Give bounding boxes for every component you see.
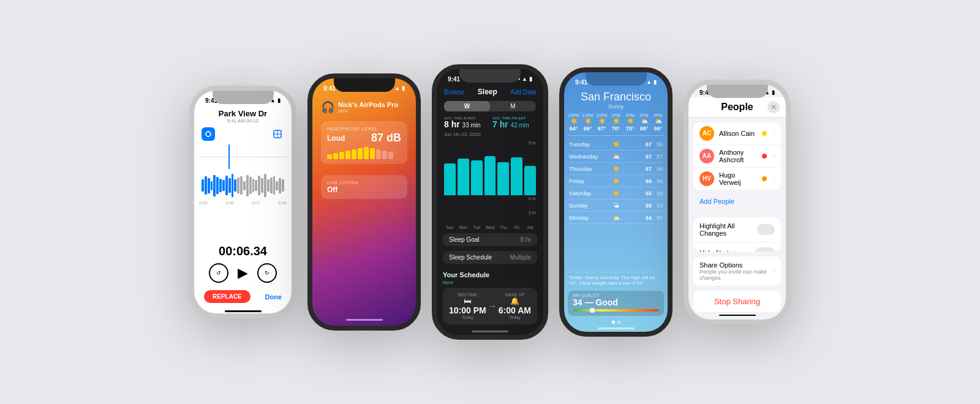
power-button[interactable] xyxy=(296,140,296,170)
power-button-3[interactable] xyxy=(548,118,548,149)
time-marker-1: 0:05 xyxy=(199,201,208,205)
vm-done-button[interactable]: Done xyxy=(265,293,282,301)
hour-4: 2PM ☀️ 70° xyxy=(624,113,636,132)
mute-button-2[interactable] xyxy=(307,115,308,131)
power-button-5[interactable] xyxy=(790,133,791,164)
mute-button[interactable] xyxy=(189,127,190,143)
vm-crop-btn[interactable] xyxy=(271,127,284,141)
phone2-wrapper: 9:41 ▪▪▪ ▲ ▮ 🎧 Nick's AirPods Pro 98% xyxy=(307,73,421,331)
stop-sharing-btn[interactable]: Stop Sharing xyxy=(693,291,781,312)
play-icon: ▶ xyxy=(238,265,248,281)
vol-down-button-2[interactable] xyxy=(307,158,308,182)
vm-replace-button[interactable]: REPLACE xyxy=(204,290,251,303)
vol-up-button-2[interactable] xyxy=(307,135,308,151)
aqi-bar xyxy=(573,309,659,312)
forecast-sunday: Sunday 🌤 68 53 xyxy=(569,200,663,212)
highlight-changes-row: Highlight All Changes xyxy=(693,217,781,242)
vol-bar-7 xyxy=(364,147,369,159)
vol-up-button-5[interactable] xyxy=(684,141,684,157)
forecast-friday: Friday ☀️ 66 56 xyxy=(569,175,663,187)
bedtime-time: 10:00 PM xyxy=(449,305,486,315)
vol-up-button[interactable] xyxy=(189,147,190,163)
vol-down-button-4[interactable] xyxy=(559,152,560,176)
sleep-stat-asleep: AVG. TIME ASLEEP 7 hr 42 min xyxy=(492,116,536,129)
person-allison: AC Allison Cain › xyxy=(693,122,781,145)
headphone-level-value: Loud 87 dB xyxy=(327,132,401,144)
vol-bar-11 xyxy=(388,152,393,159)
vol-down-button-3[interactable] xyxy=(432,149,432,173)
sleep-back-btn[interactable]: Browse xyxy=(444,89,464,95)
sleep-tabs: W M xyxy=(444,101,536,111)
vol-down-button-5[interactable] xyxy=(684,164,684,189)
vm-waveform[interactable] xyxy=(199,170,287,201)
bar-wed xyxy=(484,156,496,195)
phone1: 9:41 ▪▪▪ ▲ ▮ Park View Dr 9:41 AM 00:12 xyxy=(189,86,296,318)
share-options-row[interactable]: Share Options People you invite can make… xyxy=(699,261,775,281)
wifi-icon-4: ▲ xyxy=(646,79,652,85)
share-options-section: Share Options People you invite can make… xyxy=(693,256,781,286)
people-options: Highlight All Changes Hide Alerts xyxy=(693,217,781,252)
vol-down-button[interactable] xyxy=(189,170,190,195)
vm-rewind-btn[interactable]: ↺ xyxy=(209,263,228,283)
wakeup-day: Today xyxy=(499,315,531,320)
next-label: Next xyxy=(443,280,537,285)
home-indicator-5 xyxy=(719,315,756,316)
vol-bar-8 xyxy=(370,148,375,159)
vol-bar-4 xyxy=(345,151,350,159)
avatar-allison: AC xyxy=(699,126,714,141)
hide-alerts-toggle[interactable] xyxy=(755,247,775,252)
vol-bar-10 xyxy=(382,151,387,159)
bedtime-day: Today xyxy=(449,315,486,320)
phone5: 9:41 ▪▪▪ ▲ ▮ People ✕ AC xyxy=(684,80,791,324)
day-mon: Mon xyxy=(458,225,469,230)
share-options-subtitle: People you invite can make changes. xyxy=(699,269,773,281)
vm-title: Park View Dr xyxy=(200,109,285,118)
vm-sparkle-btn[interactable] xyxy=(202,127,215,141)
power-button-2[interactable] xyxy=(420,127,421,158)
sleep-title: Sleep xyxy=(478,88,497,96)
bar-sat xyxy=(524,166,536,195)
page-dot-1 xyxy=(612,321,615,324)
vm-play-btn[interactable]: ▶ xyxy=(233,263,252,283)
battery-icon-2: ▮ xyxy=(402,85,405,91)
hour-0: 10PM ☀️ 64° xyxy=(568,113,579,132)
vm-forward-btn[interactable]: ↻ xyxy=(257,263,277,283)
vol-bar-9 xyxy=(376,149,381,159)
highlight-toggle[interactable] xyxy=(757,224,775,235)
vol-bar-6 xyxy=(358,148,363,159)
airpods-device-info: Nick's AirPods Pro 98% xyxy=(338,101,398,114)
phone4-screen: 9:41 ▪▪▪ ▲ ▮ San Francisco Sunny 10PM ☀️ xyxy=(564,72,668,332)
headphone-level-label: Headphone Level xyxy=(327,126,401,132)
sleep-chart-labels: 9 hr xyxy=(444,141,536,145)
sleep-bars-chart xyxy=(444,146,536,195)
add-people-btn[interactable]: Add People xyxy=(693,194,781,209)
sleep-tab-w[interactable]: W xyxy=(444,101,490,111)
vol-up-button-3[interactable] xyxy=(432,125,432,141)
notch1 xyxy=(213,91,274,104)
sleep-goal-label: Sleep Goal xyxy=(449,236,479,243)
airpods-battery: 98% xyxy=(338,108,398,114)
power-button-4[interactable] xyxy=(672,121,673,152)
wakeup-icon: 🔔 xyxy=(499,297,531,305)
vol-up-button-4[interactable] xyxy=(559,129,560,144)
stat1-hours: 8 hr xyxy=(444,119,460,129)
vol-bar-3 xyxy=(339,152,344,159)
sleep-add-btn[interactable]: Add Data xyxy=(510,89,536,95)
phones-container: 9:41 ▪▪▪ ▲ ▮ Park View Dr 9:41 AM 00:12 xyxy=(177,52,803,352)
people-close-btn[interactable]: ✕ xyxy=(767,101,780,113)
chevron-anthony: › xyxy=(773,153,775,159)
aqi-indicator xyxy=(590,308,595,313)
color-dot-hugo xyxy=(762,176,767,181)
day-tue: Tue xyxy=(471,225,483,230)
airpods-icon: 🎧 xyxy=(321,100,334,114)
color-dot-anthony xyxy=(762,154,767,159)
hour-2: 12PM ☀️ 67° xyxy=(596,113,608,132)
sleep-tab-m[interactable]: M xyxy=(490,101,536,111)
mute-button-4[interactable] xyxy=(559,109,560,125)
mute-button-3[interactable] xyxy=(432,106,432,122)
bar-thu xyxy=(497,162,509,195)
mute-button-5[interactable] xyxy=(684,121,684,137)
bar-tue xyxy=(471,160,483,196)
weather-aqi: AIR QUALITY 34 — Good xyxy=(568,291,664,316)
stat1-mins: 33 min xyxy=(462,122,481,129)
